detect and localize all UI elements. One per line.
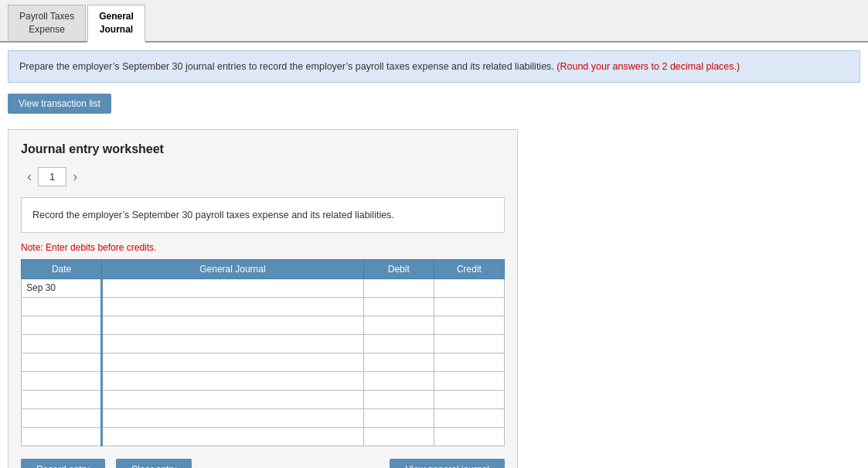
debit-input-2[interactable]	[364, 316, 434, 334]
journal-entry-worksheet: Journal entry worksheet ‹ 1 › Record the…	[8, 129, 518, 468]
journal-input-6[interactable]	[103, 391, 363, 408]
entry-description: Record the employer’s September 30 payro…	[21, 197, 505, 233]
date-cell-3	[22, 334, 102, 353]
date-cell-0: Sep 30	[22, 278, 102, 297]
credit-cell-8[interactable]	[434, 427, 504, 446]
debit-input-6[interactable]	[364, 391, 434, 408]
debit-input-1[interactable]	[364, 298, 434, 316]
credit-cell-1[interactable]	[434, 297, 504, 316]
journal-input-0[interactable]	[103, 279, 363, 297]
date-cell-2	[22, 316, 102, 334]
journal-input-5[interactable]	[103, 372, 363, 390]
instructions-main-text: Prepare the employer’s September 30 jour…	[19, 61, 554, 72]
debit-cell-6[interactable]	[363, 390, 434, 408]
instructions-banner: Prepare the employer’s September 30 jour…	[8, 50, 860, 83]
view-transaction-button[interactable]: View transaction list	[8, 94, 111, 114]
journal-input-3[interactable]	[103, 335, 363, 353]
credit-cell-2[interactable]	[434, 316, 504, 334]
debit-cell-8[interactable]	[363, 427, 434, 446]
debit-cell-4[interactable]	[363, 353, 434, 371]
credit-input-0[interactable]	[434, 279, 504, 297]
debit-cell-1[interactable]	[363, 297, 434, 316]
table-row	[22, 390, 505, 408]
table-row	[22, 316, 505, 334]
debit-cell-7[interactable]	[363, 408, 434, 427]
tab-general-journal[interactable]: General Journal	[87, 5, 145, 43]
table-row	[22, 371, 505, 390]
current-page-tab: 1	[38, 167, 66, 186]
table-row	[22, 427, 505, 446]
date-cell-1	[22, 297, 102, 316]
tab-payroll-taxes[interactable]: Payroll Taxes Expense	[8, 5, 86, 41]
note-text: Note: Enter debits before credits.	[21, 242, 505, 253]
record-entry-button[interactable]: Record entry	[21, 459, 105, 468]
journal-cell-5[interactable]	[102, 371, 364, 390]
instructions-round-text: (Round your answers to 2 decimal places.…	[557, 61, 740, 72]
date-cell-4	[22, 353, 102, 371]
table-row	[22, 353, 505, 371]
action-buttons-row: Record entry Clear entry View general jo…	[21, 459, 505, 468]
table-row: Sep 30	[22, 278, 505, 297]
debit-cell-2[interactable]	[363, 316, 434, 334]
credit-input-5[interactable]	[434, 372, 504, 390]
credit-input-6[interactable]	[434, 391, 504, 408]
date-cell-6	[22, 390, 102, 408]
journal-cell-4[interactable]	[102, 353, 364, 371]
debit-input-0[interactable]	[364, 279, 434, 297]
table-row	[22, 408, 505, 427]
journal-input-4[interactable]	[103, 354, 363, 371]
debit-input-8[interactable]	[364, 428, 434, 446]
journal-cell-0[interactable]	[102, 278, 364, 297]
debit-input-3[interactable]	[364, 335, 434, 353]
credit-cell-4[interactable]	[434, 353, 504, 371]
journal-cell-1[interactable]	[102, 297, 364, 316]
journal-input-7[interactable]	[103, 409, 363, 427]
col-header-debit: Debit	[363, 259, 434, 278]
debit-input-7[interactable]	[364, 409, 434, 427]
journal-input-2[interactable]	[103, 316, 363, 334]
credit-input-8[interactable]	[434, 428, 504, 446]
journal-input-8[interactable]	[103, 428, 363, 446]
clear-entry-button[interactable]: Clear entry	[116, 459, 192, 468]
journal-cell-8[interactable]	[102, 427, 364, 446]
prev-page-button[interactable]: ‹	[21, 167, 38, 186]
journal-cell-7[interactable]	[102, 408, 364, 427]
journal-cell-6[interactable]	[102, 390, 364, 408]
credit-cell-3[interactable]	[434, 334, 504, 353]
next-page-button[interactable]: ›	[66, 167, 83, 186]
debit-cell-3[interactable]	[363, 334, 434, 353]
debit-input-5[interactable]	[364, 372, 434, 390]
journal-cell-3[interactable]	[102, 334, 364, 353]
date-cell-7	[22, 408, 102, 427]
credit-cell-6[interactable]	[434, 390, 504, 408]
debit-cell-5[interactable]	[363, 371, 434, 390]
worksheet-nav: ‹ 1 ›	[21, 167, 505, 186]
journal-input-1[interactable]	[103, 298, 363, 316]
credit-cell-7[interactable]	[434, 408, 504, 427]
credit-cell-0[interactable]	[434, 278, 504, 297]
table-row	[22, 334, 505, 353]
debit-cell-0[interactable]	[363, 278, 434, 297]
col-header-date: Date	[22, 259, 102, 278]
journal-table: Date General Journal Debit Credit Sep 30	[21, 259, 505, 446]
credit-input-3[interactable]	[434, 335, 504, 353]
credit-cell-5[interactable]	[434, 371, 504, 390]
col-header-journal: General Journal	[102, 259, 364, 278]
view-general-journal-button[interactable]: View general journal	[390, 459, 505, 468]
debit-input-4[interactable]	[364, 354, 434, 371]
table-row	[22, 297, 505, 316]
credit-input-2[interactable]	[434, 316, 504, 334]
worksheet-title: Journal entry worksheet	[21, 142, 505, 156]
credit-input-4[interactable]	[434, 354, 504, 371]
date-cell-8	[22, 427, 102, 446]
journal-cell-2[interactable]	[102, 316, 364, 334]
date-cell-5	[22, 371, 102, 390]
credit-input-7[interactable]	[434, 409, 504, 427]
col-header-credit: Credit	[434, 259, 504, 278]
credit-input-1[interactable]	[434, 298, 504, 316]
tabs-bar: Payroll Taxes Expense General Journal	[0, 0, 868, 43]
